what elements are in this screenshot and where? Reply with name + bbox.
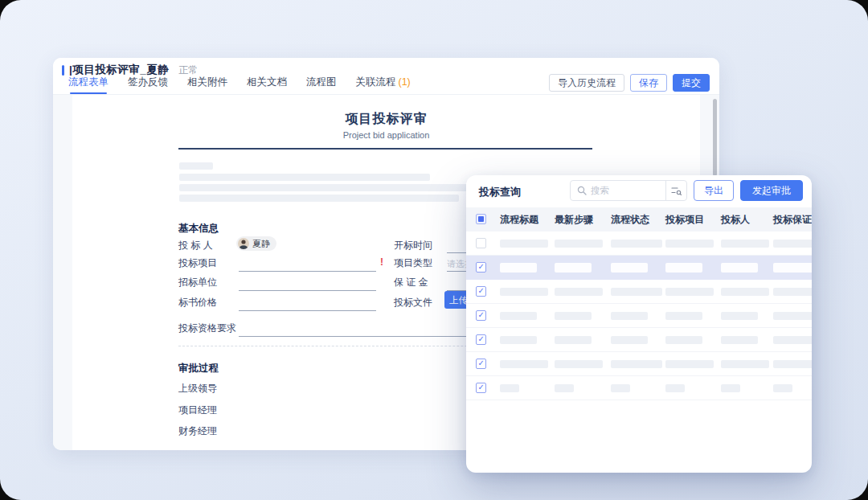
tab-sign-feedback[interactable]: 签办反馈	[128, 76, 168, 95]
tab-process-form[interactable]: 流程表单	[68, 76, 108, 95]
cell-skeleton	[665, 384, 685, 392]
user-avatar	[238, 238, 249, 249]
submit-button[interactable]: 提交	[673, 74, 710, 92]
cell-skeleton	[773, 312, 812, 320]
page-background: |项目投标评审_夏静 正常 流程表单 签办反馈 相关附件 相关文档 流程图 关联…	[0, 0, 868, 500]
import-history-button[interactable]: 导入历史流程	[549, 74, 624, 92]
window-header: |项目投标评审_夏静 正常 流程表单 签办反馈 相关附件 相关文档 流程图 关联…	[53, 58, 719, 95]
row-checkbox[interactable]	[476, 359, 486, 369]
cell-skeleton	[665, 288, 714, 296]
bidder-name: 夏静	[252, 238, 270, 250]
bid-project-label: 投标项目	[178, 256, 217, 269]
cell-skeleton	[665, 336, 702, 344]
cell-skeleton	[555, 336, 592, 344]
deposit-label: 保 证 金	[394, 276, 428, 289]
column-bidder[interactable]: 投标人	[721, 207, 750, 232]
cell-skeleton	[773, 288, 812, 296]
tab-bar: 流程表单 签办反馈 相关附件 相关文档 流程图 关联流程(1)	[68, 76, 411, 95]
tender-unit-input[interactable]	[239, 290, 376, 291]
row-checkbox[interactable]	[476, 334, 486, 345]
title-divider	[178, 148, 592, 150]
column-process-title[interactable]: 流程标题	[500, 207, 538, 232]
table-row[interactable]	[466, 352, 812, 376]
cell-skeleton	[611, 240, 662, 248]
table-body	[466, 232, 812, 400]
cell-skeleton	[555, 312, 592, 320]
tab-related-process-label: 关联流程	[356, 76, 396, 88]
table-row[interactable]	[466, 328, 812, 352]
bid-price-input[interactable]	[239, 310, 376, 311]
cell-skeleton	[665, 263, 702, 273]
skeleton-bar	[179, 184, 473, 191]
skeleton-bar	[179, 195, 459, 202]
cell-skeleton	[555, 384, 574, 392]
cell-skeleton	[611, 384, 630, 392]
table-row[interactable]	[466, 232, 812, 256]
cell-skeleton	[555, 288, 603, 296]
select-all-checkbox[interactable]	[476, 214, 486, 224]
section-basic-info: 基本信息	[178, 222, 219, 236]
vertical-scrollbar-thumb[interactable]	[713, 99, 717, 176]
table-row[interactable]	[466, 304, 812, 328]
table-row[interactable]	[466, 256, 812, 280]
cell-skeleton	[555, 240, 603, 248]
cell-skeleton	[721, 312, 758, 320]
cell-skeleton	[721, 360, 769, 368]
row-checkbox[interactable]	[476, 383, 486, 393]
bidder-label: 投 标 人	[178, 239, 213, 252]
related-process-count-badge: (1)	[399, 76, 411, 88]
skeleton-bar	[179, 174, 430, 181]
tender-unit-label: 招标单位	[178, 276, 217, 289]
cell-skeleton	[500, 263, 537, 273]
cell-skeleton	[773, 384, 792, 392]
approver-project-manager: 项目经理	[178, 404, 217, 416]
cell-skeleton	[500, 312, 537, 320]
tab-related-documents[interactable]: 相关文档	[247, 76, 287, 95]
search-icon	[577, 186, 587, 195]
tab-related-process[interactable]: 关联流程(1)	[356, 76, 411, 95]
cell-skeleton	[721, 240, 769, 248]
save-button[interactable]: 保存	[630, 74, 667, 92]
cell-skeleton	[721, 288, 769, 296]
tab-flowchart[interactable]: 流程图	[306, 76, 337, 95]
search-box	[570, 180, 687, 201]
cell-skeleton	[500, 288, 548, 296]
column-bid-deposit[interactable]: 投标保证金	[773, 207, 812, 232]
export-button[interactable]: 导出	[694, 180, 734, 201]
section-approval-process: 审批过程	[178, 362, 219, 375]
status-label: 正常	[178, 64, 198, 77]
column-latest-step[interactable]: 最新步骤	[555, 207, 593, 232]
skeleton-bar	[179, 162, 213, 170]
cell-skeleton	[500, 360, 548, 368]
approver-superior-leader: 上级领导	[178, 382, 217, 395]
initiate-approval-button[interactable]: 发起审批	[740, 180, 803, 201]
row-checkbox[interactable]	[476, 238, 486, 248]
cell-skeleton	[611, 360, 662, 368]
cell-skeleton	[611, 288, 662, 296]
cell-skeleton	[611, 336, 648, 344]
cell-skeleton	[773, 263, 812, 273]
open-time-label: 开标时间	[394, 239, 432, 252]
cell-skeleton	[665, 240, 714, 248]
advanced-filter-icon[interactable]	[665, 181, 686, 200]
title-accent-bar	[62, 65, 64, 76]
row-checkbox[interactable]	[476, 286, 486, 297]
bid-project-input[interactable]	[239, 271, 376, 272]
cell-skeleton	[555, 263, 592, 273]
row-checkbox[interactable]	[476, 310, 486, 321]
row-checkbox[interactable]	[476, 262, 486, 273]
table-row[interactable]	[466, 280, 812, 304]
required-mark: !	[380, 256, 383, 268]
bidder-user-tag[interactable]: 夏静	[236, 236, 276, 251]
cell-skeleton	[555, 360, 603, 368]
project-type-label: 项目类型	[394, 256, 432, 269]
form-title: 项目投标评审	[72, 111, 700, 128]
table-row[interactable]	[466, 376, 812, 400]
tab-related-attachments[interactable]: 相关附件	[187, 76, 227, 95]
bid-file-label: 投标文件	[394, 296, 432, 309]
cell-skeleton	[611, 312, 648, 320]
column-process-status[interactable]: 流程状态	[611, 207, 649, 232]
cell-skeleton	[773, 240, 812, 248]
column-bid-project[interactable]: 投标项目	[665, 207, 704, 232]
search-input[interactable]	[591, 186, 665, 195]
